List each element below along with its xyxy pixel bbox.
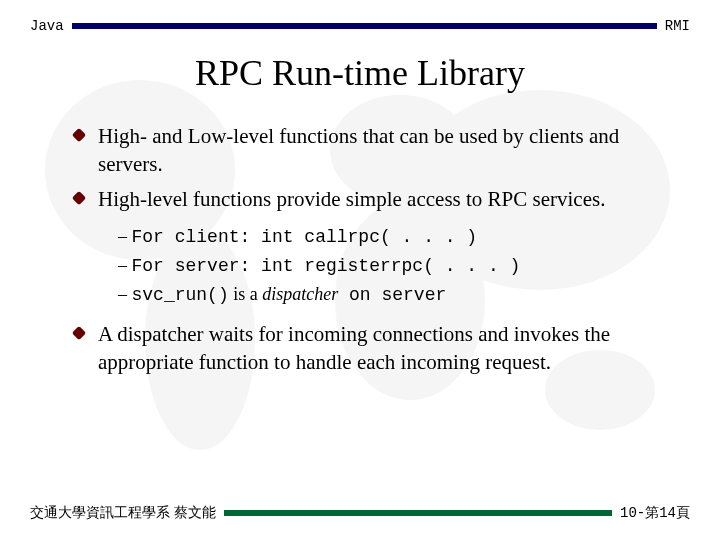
- header-divider-bar: [72, 23, 657, 29]
- bullet-list: High- and Low-level functions that can b…: [80, 122, 680, 376]
- slide-title: RPC Run-time Library: [0, 52, 720, 94]
- sub-bullet-list: For client: int callrpc( . . . ) For ser…: [118, 223, 680, 310]
- footer-bar-row: 交通大學資訊工程學系 蔡文能 10-第14頁: [0, 504, 720, 522]
- footer-right-label: 10-第14頁: [612, 504, 690, 522]
- footer-divider-bar: [224, 510, 612, 516]
- bullet-item: High- and Low-level functions that can b…: [80, 122, 680, 179]
- footer-left-label: 交通大學資訊工程學系 蔡文能: [30, 504, 224, 522]
- bullet-item: A dispatcher waits for incoming connecti…: [80, 320, 680, 377]
- header-bar-row: Java RMI: [0, 0, 720, 34]
- sub-bullet-item: For server: int registerrpc( . . . ): [118, 252, 680, 281]
- sub-bullet-item: For client: int callrpc( . . . ): [118, 223, 680, 252]
- header-right-label: RMI: [657, 18, 690, 34]
- bullet-item: High-level functions provide simple acce…: [80, 185, 680, 310]
- bullet-text: High-level functions provide simple acce…: [98, 187, 605, 211]
- header-left-label: Java: [30, 18, 72, 34]
- sub-bullet-item: svc_run() is a dispatcher on server: [118, 281, 680, 310]
